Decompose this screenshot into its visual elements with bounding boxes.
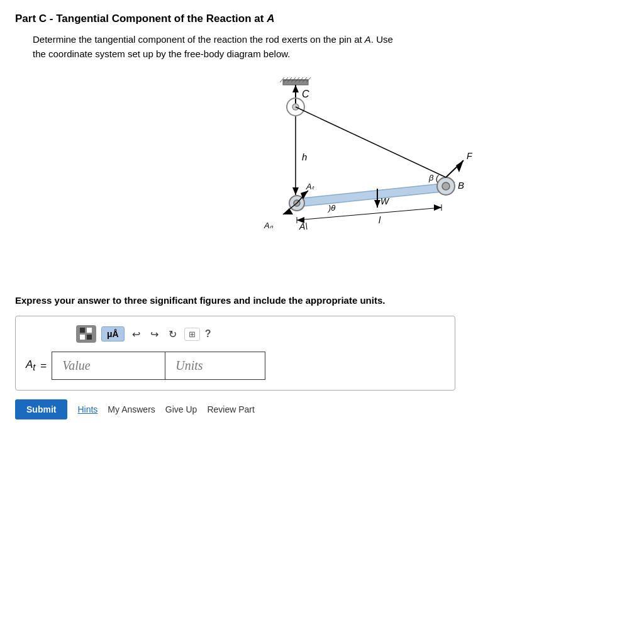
mu-button[interactable]: μÅ: [101, 326, 125, 341]
review-part-text[interactable]: Review Part: [207, 404, 254, 414]
bottom-bar: Submit Hints My Answers Give Up Review P…: [15, 399, 629, 419]
label-W: W: [380, 196, 390, 206]
at-subscript: t: [33, 363, 35, 373]
label-B: B: [458, 180, 464, 191]
answer-box: μÅ ↩ ↪ ↻ ⊞ ? At =: [15, 316, 455, 391]
instructions: Express your answer to three significant…: [15, 295, 629, 306]
redo-button[interactable]: ↪: [148, 327, 161, 341]
at-label: At: [26, 358, 35, 372]
description: Determine the tangential component of th…: [33, 33, 629, 61]
part-title: Part C - Tangential Component of the Rea…: [15, 13, 629, 25]
diagram-svg: C h F B β ( W )θ: [146, 72, 498, 280]
label-An: Aₙ: [264, 221, 274, 230]
label-theta: )θ: [327, 203, 335, 213]
label-beta: β (: [428, 173, 440, 182]
value-input[interactable]: [52, 352, 165, 380]
units-input[interactable]: [165, 352, 265, 380]
grid-icon: [80, 328, 92, 340]
hints-link[interactable]: Hints: [77, 404, 97, 414]
svg-point-21: [442, 182, 450, 190]
toolbar: μÅ ↩ ↪ ↻ ⊞ ?: [76, 325, 445, 343]
part-label: Part C: [15, 13, 47, 25]
svg-rect-0: [146, 72, 498, 280]
give-up-text[interactable]: Give Up: [165, 404, 197, 414]
label-F: F: [467, 151, 473, 161]
submit-button[interactable]: Submit: [15, 399, 67, 419]
help-button[interactable]: ?: [205, 328, 211, 340]
equals-sign: =: [40, 360, 47, 372]
label-At: Aₜ: [306, 182, 315, 191]
label-h: h: [302, 152, 307, 162]
format-group[interactable]: [76, 325, 96, 343]
keyboard-button[interactable]: ⊞: [184, 328, 200, 341]
refresh-button[interactable]: ↻: [166, 327, 179, 341]
label-A: A\: [299, 221, 308, 231]
my-answers-text[interactable]: My Answers: [108, 404, 155, 414]
input-row: At =: [26, 352, 445, 380]
diagram-container: C h F B β ( W )θ: [15, 72, 629, 280]
label-C: C: [302, 89, 309, 99]
undo-button[interactable]: ↩: [130, 327, 143, 341]
